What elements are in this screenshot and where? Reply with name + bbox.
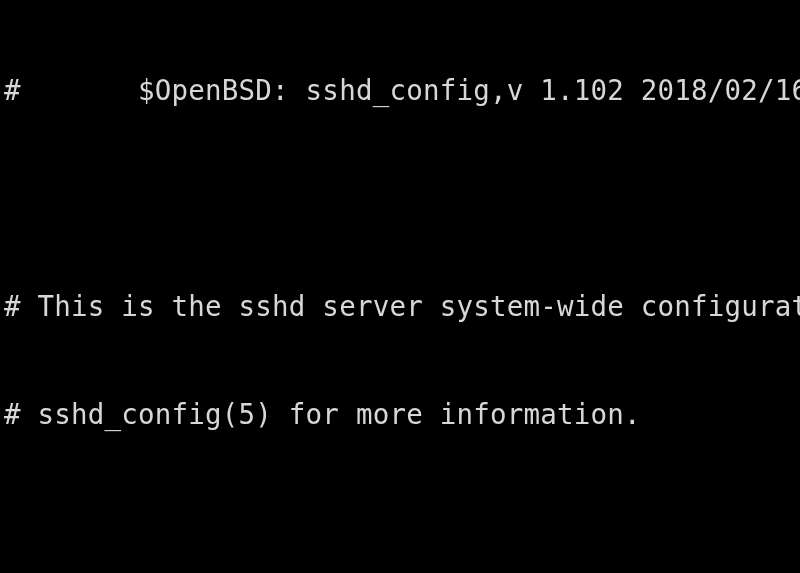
config-line	[0, 180, 800, 216]
config-line: # $OpenBSD: sshd_config,v 1.102 2018/02/…	[0, 72, 800, 108]
config-line: # sshd_config(5) for more information.	[0, 396, 800, 432]
config-line	[0, 504, 800, 540]
config-line: # This is the sshd server system-wide co…	[0, 288, 800, 324]
terminal-editor[interactable]: # $OpenBSD: sshd_config,v 1.102 2018/02/…	[0, 0, 800, 573]
